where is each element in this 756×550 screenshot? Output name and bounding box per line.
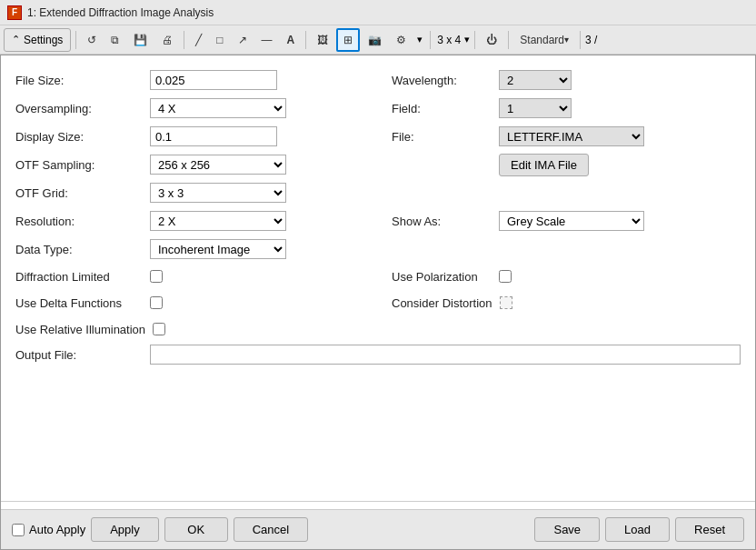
toolbar-sep-4 — [430, 31, 431, 49]
output-file-label: Output File: — [15, 348, 143, 362]
content-area: File Size: Oversampling: 4 X Display Siz… — [1, 55, 755, 494]
save-button[interactable]: Save — [534, 517, 600, 542]
resolution-label: Resolution: — [15, 215, 143, 228]
toolbar-sep-2 — [184, 31, 184, 49]
file-size-input[interactable] — [150, 70, 277, 90]
otf-grid-label: OTF Grid: — [15, 186, 143, 200]
grid-view-button[interactable]: ⊞ — [336, 28, 360, 52]
resolution-select[interactable]: 2 X — [150, 211, 286, 231]
output-file-row: Output File: — [15, 345, 741, 365]
page-label: 3 / — [585, 34, 597, 46]
window-title: 1: Extended Diffraction Image Analysis — [27, 6, 214, 19]
field-label: Field: — [392, 102, 492, 115]
use-relative-illumination-label: Use Relative Illumination — [15, 323, 145, 336]
use-polarization-label: Use Polarization — [392, 270, 492, 284]
file-row: File: LETTERF.IMA — [392, 125, 741, 148]
apply-button[interactable]: Apply — [91, 517, 159, 542]
reset-button[interactable]: Reset — [675, 517, 744, 542]
file-size-label: File Size: — [15, 74, 143, 87]
edit-ima-button[interactable]: Edit IMA File — [499, 154, 589, 176]
print-button[interactable]: 🖨 — [155, 28, 179, 52]
copy-button[interactable]: ⧉ — [104, 28, 125, 52]
main-window: File Size: Oversampling: 4 X Display Siz… — [0, 55, 756, 550]
show-as-select[interactable]: Grey Scale — [499, 211, 644, 231]
app-icon: F — [7, 5, 22, 20]
draw-arrow-button[interactable]: ↗ — [232, 28, 254, 52]
show-as-row: Show As: Grey Scale — [392, 209, 741, 233]
otf-grid-select[interactable]: 3 x 3 — [150, 183, 286, 203]
wavelength-row: Wavelength: 2 — [392, 68, 741, 92]
oversampling-row: Oversampling: 4 X — [15, 96, 364, 120]
consider-distortion-label: Consider Distortion — [392, 296, 492, 310]
field-select[interactable]: 1 — [499, 98, 572, 118]
file-size-row: File Size: — [15, 68, 364, 92]
resolution-row: Resolution: 2 X — [15, 209, 364, 233]
toolbar-sep-7 — [580, 31, 581, 49]
data-type-label: Data Type: — [15, 243, 143, 256]
toolbar: ⌃ Settings ↺ ⧉ 💾 🖨 ╱ □ ↗ — A 🖼 ⊞ 📷 ⚙ ▾ 3… — [0, 25, 756, 55]
display-size-label: Display Size: — [15, 130, 143, 144]
toolbar-sep-5 — [474, 31, 475, 49]
diffraction-limited-row: Diffraction Limited — [15, 265, 364, 287]
use-delta-functions-label: Use Delta Functions — [15, 296, 143, 310]
settings-label: Settings — [24, 34, 63, 46]
otf-sampling-select[interactable]: 256 x 256 — [150, 155, 286, 175]
auto-apply-container: Auto Apply — [12, 523, 85, 536]
image-button[interactable]: 🖼 — [311, 28, 334, 52]
oversampling-select[interactable]: 4 X — [150, 98, 286, 118]
grid-label: 3 x 4 — [437, 34, 461, 46]
toolbar-sep-1 — [75, 31, 76, 49]
consider-distortion-checkbox[interactable] — [500, 296, 512, 309]
data-type-select[interactable]: Incoherent Image — [150, 239, 286, 259]
display-size-input[interactable] — [150, 126, 277, 146]
field-row: Field: 1 — [392, 96, 741, 120]
use-polarization-row: Use Polarization — [392, 265, 741, 287]
toolbar-sep-3 — [305, 31, 306, 49]
bottom-divider — [1, 501, 755, 502]
load-button[interactable]: Load — [605, 517, 670, 542]
output-file-input[interactable] — [150, 345, 741, 365]
settings-button[interactable]: ⌃ Settings — [4, 28, 71, 52]
file-select[interactable]: LETTERF.IMA — [499, 126, 644, 146]
use-delta-functions-row: Use Delta Functions — [15, 292, 364, 314]
toolbar-sep-6 — [508, 31, 509, 49]
save-toolbar-button[interactable]: 💾 — [127, 28, 154, 52]
data-type-row: Data Type: Incoherent Image — [15, 237, 364, 261]
auto-apply-label: Auto Apply — [29, 523, 85, 536]
otf-sampling-row: OTF Sampling: 256 x 256 — [15, 153, 364, 176]
use-polarization-checkbox[interactable] — [499, 270, 512, 283]
use-relative-illumination-checkbox[interactable] — [153, 323, 165, 335]
camera-button[interactable]: 📷 — [362, 28, 388, 52]
file-label: File: — [392, 130, 492, 144]
standard-button[interactable]: Standard ▾ — [513, 28, 575, 52]
cancel-button[interactable]: Cancel — [234, 517, 308, 542]
show-as-label: Show As: — [392, 215, 492, 228]
use-delta-functions-checkbox[interactable] — [150, 296, 163, 309]
bottom-bar: Auto Apply Apply OK Cancel Save Load Res… — [1, 509, 755, 549]
title-bar: F 1: Extended Diffraction Image Analysis — [0, 0, 756, 25]
oversampling-label: Oversampling: — [15, 102, 143, 115]
wavelength-label: Wavelength: — [392, 74, 492, 87]
refresh-button[interactable]: ↺ — [81, 28, 103, 52]
consider-distortion-row: Consider Distortion — [392, 292, 741, 314]
power-button[interactable]: ⏻ — [480, 28, 503, 52]
otf-grid-row: OTF Grid: 3 x 3 — [15, 181, 364, 205]
standard-label: Standard — [520, 34, 564, 46]
use-relative-illumination-row: Use Relative Illumination — [15, 318, 364, 340]
draw-rect-button[interactable]: □ — [210, 28, 229, 52]
draw-text-button[interactable]: A — [281, 28, 302, 52]
draw-line-button[interactable]: ╱ — [189, 28, 208, 52]
diffraction-limited-label: Diffraction Limited — [15, 270, 143, 284]
draw-horiz-button[interactable]: — — [255, 28, 279, 52]
auto-apply-checkbox[interactable] — [12, 524, 25, 536]
settings2-button[interactable]: ⚙ — [390, 28, 413, 52]
otf-sampling-label: OTF Sampling: — [15, 158, 143, 172]
ok-button[interactable]: OK — [164, 517, 228, 542]
display-size-row: Display Size: — [15, 125, 364, 148]
diffraction-limited-checkbox[interactable] — [150, 270, 163, 283]
edit-ima-row: Edit IMA File — [499, 153, 741, 176]
wavelength-select[interactable]: 2 — [499, 70, 572, 90]
